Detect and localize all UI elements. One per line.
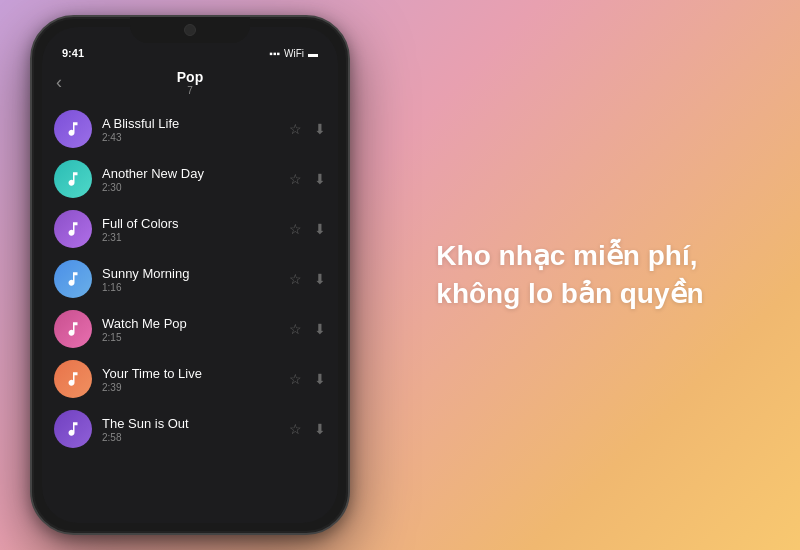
phone-wrapper: 9:41 ▪▪▪ WiFi ▬ ‹ Pop 7 — [30, 15, 350, 535]
favorite-button-4[interactable]: ☆ — [289, 271, 302, 287]
song-duration-2: 2:30 — [102, 182, 279, 193]
download-button-4[interactable]: ⬇ — [314, 271, 326, 287]
song-info-2: Another New Day 2:30 — [102, 166, 279, 193]
song-actions-1: ☆ ⬇ — [289, 121, 326, 137]
song-item-6[interactable]: Your Time to Live 2:39 ☆ ⬇ — [42, 354, 338, 404]
signal-icon: ▪▪▪ — [269, 48, 280, 59]
song-name-6: Your Time to Live — [102, 366, 279, 381]
song-name-2: Another New Day — [102, 166, 279, 181]
song-duration-1: 2:43 — [102, 132, 279, 143]
screen: 9:41 ▪▪▪ WiFi ▬ ‹ Pop 7 — [42, 27, 338, 523]
song-duration-5: 2:15 — [102, 332, 279, 343]
tagline: Kho nhạc miễn phí, không lo bản quyền — [436, 237, 703, 313]
app-header: ‹ Pop 7 — [42, 63, 338, 100]
back-button[interactable]: ‹ — [56, 72, 62, 93]
song-actions-6: ☆ ⬇ — [289, 371, 326, 387]
song-item-5[interactable]: Watch Me Pop 2:15 ☆ ⬇ — [42, 304, 338, 354]
playlist-title: Pop — [177, 69, 203, 85]
song-icon-2 — [54, 160, 92, 198]
favorite-button-2[interactable]: ☆ — [289, 171, 302, 187]
favorite-button-1[interactable]: ☆ — [289, 121, 302, 137]
song-icon-1 — [54, 110, 92, 148]
favorite-button-6[interactable]: ☆ — [289, 371, 302, 387]
song-info-7: The Sun is Out 2:58 — [102, 416, 279, 443]
status-time: 9:41 — [62, 47, 84, 59]
favorite-button-3[interactable]: ☆ — [289, 221, 302, 237]
playlist-count: 7 — [177, 85, 203, 96]
tagline-line1: Kho nhạc miễn phí, — [436, 240, 697, 271]
song-actions-4: ☆ ⬇ — [289, 271, 326, 287]
song-icon-6 — [54, 360, 92, 398]
song-item-1[interactable]: A Blissful Life 2:43 ☆ ⬇ — [42, 104, 338, 154]
song-info-6: Your Time to Live 2:39 — [102, 366, 279, 393]
download-button-1[interactable]: ⬇ — [314, 121, 326, 137]
song-icon-4 — [54, 260, 92, 298]
song-info-5: Watch Me Pop 2:15 — [102, 316, 279, 343]
status-icons: ▪▪▪ WiFi ▬ — [269, 48, 318, 59]
song-item-2[interactable]: Another New Day 2:30 ☆ ⬇ — [42, 154, 338, 204]
song-item-4[interactable]: Sunny Morning 1:16 ☆ ⬇ — [42, 254, 338, 304]
right-text-panel: Kho nhạc miễn phí, không lo bản quyền — [350, 217, 800, 333]
song-item-3[interactable]: Full of Colors 2:31 ☆ ⬇ — [42, 204, 338, 254]
wifi-icon: WiFi — [284, 48, 304, 59]
song-name-3: Full of Colors — [102, 216, 279, 231]
notch — [130, 17, 250, 43]
song-name-1: A Blissful Life — [102, 116, 279, 131]
song-item-7[interactable]: The Sun is Out 2:58 ☆ ⬇ — [42, 404, 338, 454]
download-button-5[interactable]: ⬇ — [314, 321, 326, 337]
song-info-1: A Blissful Life 2:43 — [102, 116, 279, 143]
song-name-5: Watch Me Pop — [102, 316, 279, 331]
song-actions-7: ☆ ⬇ — [289, 421, 326, 437]
song-info-3: Full of Colors 2:31 — [102, 216, 279, 243]
song-icon-5 — [54, 310, 92, 348]
battery-icon: ▬ — [308, 48, 318, 59]
song-icon-7 — [54, 410, 92, 448]
song-duration-7: 2:58 — [102, 432, 279, 443]
camera — [184, 24, 196, 36]
song-list: A Blissful Life 2:43 ☆ ⬇ Another New Day… — [42, 100, 338, 523]
song-duration-4: 1:16 — [102, 282, 279, 293]
song-duration-6: 2:39 — [102, 382, 279, 393]
song-actions-2: ☆ ⬇ — [289, 171, 326, 187]
download-button-3[interactable]: ⬇ — [314, 221, 326, 237]
song-name-7: The Sun is Out — [102, 416, 279, 431]
tagline-line2: không lo bản quyền — [436, 278, 703, 309]
song-name-4: Sunny Morning — [102, 266, 279, 281]
song-actions-5: ☆ ⬇ — [289, 321, 326, 337]
song-duration-3: 2:31 — [102, 232, 279, 243]
download-button-7[interactable]: ⬇ — [314, 421, 326, 437]
phone-frame: 9:41 ▪▪▪ WiFi ▬ ‹ Pop 7 — [30, 15, 350, 535]
favorite-button-5[interactable]: ☆ — [289, 321, 302, 337]
download-button-6[interactable]: ⬇ — [314, 371, 326, 387]
header-center: Pop 7 — [177, 69, 203, 96]
download-button-2[interactable]: ⬇ — [314, 171, 326, 187]
song-actions-3: ☆ ⬇ — [289, 221, 326, 237]
song-icon-3 — [54, 210, 92, 248]
favorite-button-7[interactable]: ☆ — [289, 421, 302, 437]
song-info-4: Sunny Morning 1:16 — [102, 266, 279, 293]
